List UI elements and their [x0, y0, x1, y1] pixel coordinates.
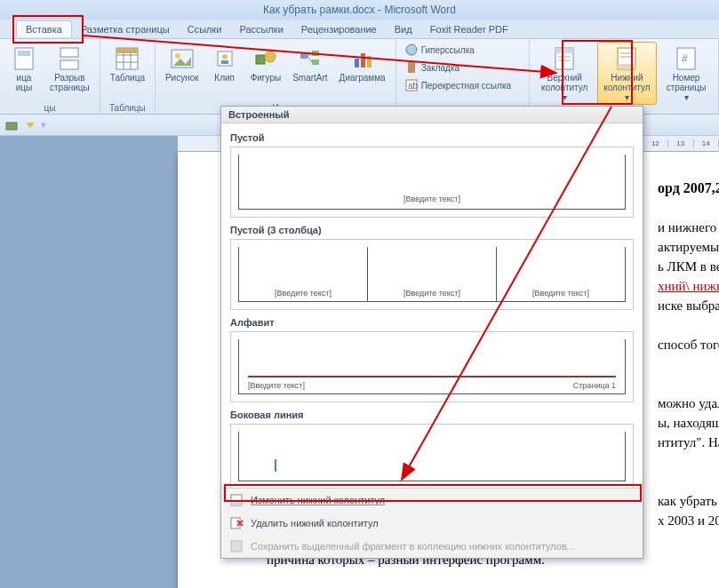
qat-btn1[interactable]: [4, 117, 20, 133]
svg-point-11: [175, 53, 180, 59]
smartart-icon: [296, 44, 324, 73]
save-icon: [229, 539, 244, 553]
svg-rect-1: [18, 51, 30, 56]
ribbon: ицаицы Разрывстраницы цы Таблица Таблицы…: [0, 39, 719, 115]
svg-line-21: [308, 56, 312, 62]
section-sideline: Боковая линия: [230, 409, 634, 420]
shapes-icon: [252, 44, 280, 73]
section-alphabet: Алфавит: [230, 317, 634, 328]
delete-icon: [229, 516, 244, 530]
svg-rect-30: [555, 48, 573, 53]
chart-icon: [348, 44, 377, 73]
svg-point-16: [265, 52, 276, 62]
header-icon: [550, 44, 579, 73]
group-tables: Таблица Таблицы: [100, 39, 156, 114]
svg-rect-39: [6, 123, 17, 130]
group-label-tables: Таблицы: [106, 103, 149, 113]
tab-mail[interactable]: Рассылки: [230, 21, 292, 37]
tab-foxit[interactable]: Foxit Reader PDF: [421, 21, 517, 37]
svg-rect-2: [60, 48, 78, 57]
footer-dropdown: Встроенный Пустой [Введите текст] Пустой…: [220, 106, 643, 559]
preview-empty3[interactable]: [Введите текст] [Введите текст] [Введите…: [230, 239, 634, 310]
footer-button[interactable]: Нижнийколонтитул ▾: [597, 42, 657, 105]
ribbon-tabs: Вставка Разметка страницы Ссылки Рассылк…: [0, 20, 719, 39]
preview-alphabet[interactable]: [Введите текст] Страница 1: [230, 331, 634, 402]
table-icon: [113, 44, 141, 73]
delete-footer-menuitem[interactable]: Удалить нижний колонтитул: [221, 512, 643, 535]
header-button[interactable]: Верхнийколонтитул ▾: [535, 42, 595, 105]
hyperlink-icon: [404, 43, 419, 57]
svg-point-13: [222, 54, 228, 60]
preview-sideline[interactable]: [230, 424, 634, 488]
clip-icon: [211, 44, 239, 73]
group-pages: ицаицы Разрывстраницы цы: [0, 39, 100, 114]
svg-rect-24: [367, 56, 371, 68]
svg-rect-34: [618, 64, 635, 69]
smartart-button[interactable]: SmartArt: [288, 42, 332, 85]
svg-text:ab: ab: [408, 81, 419, 91]
page-icon: [10, 44, 38, 73]
tab-view[interactable]: Вид: [386, 21, 421, 37]
chart-button[interactable]: Диаграмма: [335, 42, 390, 85]
pagenumber-button[interactable]: # Номерстраницы ▾: [659, 42, 713, 105]
footer-icon: [612, 44, 641, 73]
svg-point-25: [406, 44, 417, 55]
picture-button[interactable]: Рисунок: [161, 42, 204, 85]
dropdown-header: Встроенный: [221, 107, 643, 123]
pagenumber-icon: #: [672, 44, 700, 73]
svg-rect-41: [231, 502, 242, 505]
group-headerfooter: Верхнийколонтитул ▾ Нижнийколонтитул ▾ #…: [530, 39, 719, 114]
tab-review[interactable]: Рецензирование: [292, 21, 386, 37]
section-empty3: Пустой (3 столбца): [230, 225, 634, 235]
svg-text:#: #: [682, 52, 688, 65]
crossref-button[interactable]: abПерекрестная ссылка: [402, 77, 523, 93]
picture-icon: [168, 44, 196, 73]
hyperlink-button[interactable]: Гиперссылка: [402, 42, 523, 58]
crossref-icon: ab: [404, 78, 419, 92]
svg-rect-15: [256, 55, 265, 64]
svg-rect-42: [231, 518, 240, 528]
window-titlebar: Как убрать рамки.docx - Microsoft Word: [0, 0, 719, 20]
window-title: Как убрать рамки.docx - Microsoft Word: [263, 4, 456, 16]
group-links: Гиперссылка Закладка abПерекрестная ссыл…: [396, 39, 530, 114]
break-icon: [55, 44, 84, 73]
shapes-button[interactable]: Фигуры: [246, 42, 285, 85]
group-label-pages: цы: [5, 103, 94, 113]
bookmark-icon: [404, 60, 419, 75]
edit-footer-menuitem[interactable]: Изменить нижний колонтитул: [221, 489, 643, 512]
tab-layout[interactable]: Разметка страницы: [72, 21, 179, 37]
svg-rect-26: [408, 62, 415, 73]
svg-rect-18: [312, 51, 319, 56]
group-illustrations: Рисунок Клип Фигуры SmartArt Диаграмма И: [156, 39, 396, 114]
svg-rect-22: [355, 59, 359, 68]
svg-line-20: [308, 53, 312, 56]
svg-rect-45: [231, 541, 242, 552]
svg-rect-9: [116, 48, 138, 53]
page-break-button[interactable]: Разрывстраницы: [45, 42, 94, 95]
tab-links[interactable]: Ссылки: [179, 21, 231, 37]
table-button[interactable]: Таблица: [106, 42, 149, 85]
svg-rect-14: [221, 60, 228, 64]
tab-insert[interactable]: Вставка: [16, 20, 72, 37]
clip-button[interactable]: Клип: [206, 42, 244, 85]
svg-rect-3: [60, 60, 78, 69]
section-empty: Пустой: [230, 132, 634, 143]
svg-rect-17: [300, 53, 308, 59]
dropdown-footer: Изменить нижний колонтитул Удалить нижни…: [221, 488, 643, 558]
svg-rect-23: [361, 53, 365, 68]
cover-page-button[interactable]: ицаицы: [5, 42, 43, 95]
save-footer-menuitem: Сохранить выделенный фрагмент в коллекци…: [221, 535, 643, 558]
preview-empty[interactable]: [Введите текст]: [230, 147, 634, 218]
svg-rect-19: [312, 60, 319, 65]
bookmark-button[interactable]: Закладка: [402, 60, 523, 75]
edit-icon: [229, 493, 244, 507]
qat-btn2[interactable]: [22, 117, 38, 133]
